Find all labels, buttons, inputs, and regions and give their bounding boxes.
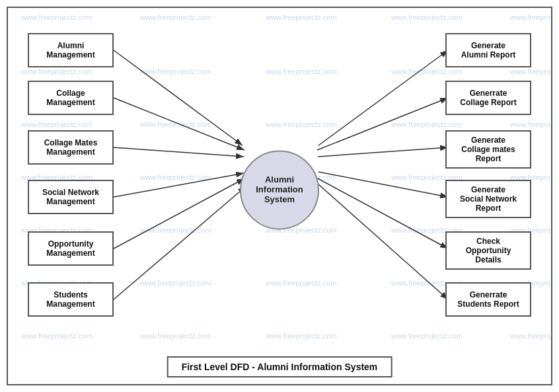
arrow-center-to-gen-students <box>317 183 448 299</box>
arrow-alumni-to-center <box>114 50 242 145</box>
students-management-label: Students Management <box>46 290 94 309</box>
arrow-students-to-center <box>114 186 246 299</box>
gen-social-network-report-label: Generate Social Network Report <box>452 185 525 213</box>
center-circle-text: AlumniInformationSystem <box>256 175 303 204</box>
collage-management-box: Collage Management <box>28 81 114 115</box>
collage-mates-management-box: Collage Mates Management <box>28 130 114 165</box>
arrow-collage-mates-to-center <box>114 147 244 157</box>
collage-mates-management-label: Collage Mates Management <box>44 138 98 157</box>
diagram-container: www.freeprojectz.com www.freeprojectz.co… <box>7 7 552 385</box>
arrow-center-to-gen-collage <box>317 98 448 150</box>
check-opportunity-box: Check Opportunity Details <box>445 231 531 270</box>
gen-collage-mates-report-box: Generate Collage mates Report <box>445 130 531 169</box>
gen-students-report-label: Generrate Students Report <box>457 290 519 309</box>
check-opportunity-label: Check Opportunity Details <box>452 237 525 264</box>
arrow-collage-to-center <box>114 98 244 150</box>
opportunity-management-box: Opportunity Management <box>28 231 114 266</box>
gen-alumni-report-label: Generate Alumni Report <box>461 41 516 59</box>
arrow-opportunity-to-center <box>114 178 244 249</box>
arrow-center-to-check-opportunity <box>318 178 448 249</box>
center-circle: AlumniInformationSystem <box>240 150 319 229</box>
students-management-box: Students Management <box>28 282 114 317</box>
gen-students-report-box: Generrate Students Report <box>445 282 531 317</box>
opportunity-management-label: Opportunity Management <box>46 239 94 258</box>
social-network-management-label: Social Network Management <box>42 188 99 206</box>
arrow-center-to-gen-collage-mates <box>318 147 448 157</box>
gen-collage-mates-report-label: Generate Collage mates Report <box>452 136 525 163</box>
social-network-management-box: Social Network Management <box>28 180 114 214</box>
gen-social-network-report-box: Generate Social Network Report <box>445 180 531 218</box>
alumni-management-label: Alumni Management <box>46 41 94 59</box>
arrow-center-to-gen-social <box>318 172 448 197</box>
gen-collage-report-box: Generrate Collage Report <box>445 81 531 115</box>
alumni-management-box: Alumni Management <box>28 33 114 67</box>
arrow-center-to-gen-alumni <box>318 50 448 145</box>
gen-collage-report-label: Generrate Collage Report <box>460 89 516 107</box>
collage-management-label: Collage Management <box>46 89 94 107</box>
arrow-social-to-center <box>114 173 244 197</box>
gen-alumni-report-box: Generate Alumni Report <box>445 33 531 67</box>
